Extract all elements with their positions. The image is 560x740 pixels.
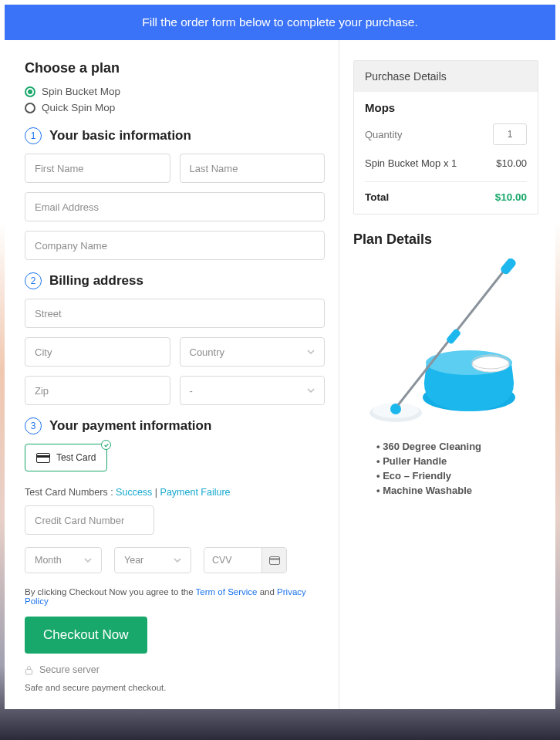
radio-icon (25, 86, 35, 97)
agree-text: By clicking Checkout Now you agree to th… (25, 587, 325, 606)
feature-item: Eco – Friendly (376, 470, 538, 482)
svg-rect-0 (269, 556, 279, 564)
svg-rect-2 (26, 669, 32, 674)
total-label: Total (365, 191, 389, 203)
section-title-billing: Billing address (49, 273, 143, 289)
product-image (353, 258, 538, 428)
country-placeholder: Country (190, 346, 225, 358)
feature-item: Machine Washable (376, 485, 538, 496)
secure-text: Secure server (39, 664, 100, 675)
plan-option-label: Quick Spin Mop (42, 102, 115, 113)
last-name-input[interactable] (180, 154, 326, 183)
safe-note: Safe and secure payment checkout. (25, 683, 325, 692)
banner: Fill the order form below to complete yo… (5, 5, 555, 40)
tos-link[interactable]: Term of Service (196, 587, 258, 596)
payment-method-card[interactable]: Test Card (25, 444, 107, 471)
cvv-input[interactable] (204, 548, 261, 573)
test-card-line: Test Card Numbers : Success | Payment Fa… (25, 487, 325, 498)
cc-number-input[interactable] (25, 505, 154, 535)
total-price: $10.00 (495, 191, 527, 203)
chevron-down-icon (174, 556, 181, 564)
svg-rect-1 (269, 558, 279, 559)
payment-method-label: Test Card (56, 452, 96, 463)
section-title-basic-info: Your basic information (49, 128, 191, 144)
feature-item: Puller Handle (376, 455, 538, 467)
radio-icon (25, 103, 35, 113)
checkout-button[interactable]: Checkout Now (25, 617, 147, 654)
plan-option-quick-spin[interactable]: Quick Spin Mop (25, 102, 325, 113)
choose-plan-heading: Choose a plan (25, 60, 325, 76)
feature-item: 360 Degree Cleaning (376, 441, 538, 452)
year-select[interactable]: Year (114, 547, 191, 573)
month-placeholder: Month (35, 555, 62, 566)
state-placeholder: - (190, 385, 193, 397)
test-success-link[interactable]: Success (116, 487, 152, 498)
year-placeholder: Year (124, 555, 143, 566)
company-input[interactable] (25, 231, 325, 260)
feature-list: 360 Degree Cleaning Puller Handle Eco – … (353, 441, 538, 496)
quantity-label: Quantity (365, 129, 402, 140)
check-icon (101, 440, 111, 450)
month-select[interactable]: Month (25, 547, 102, 573)
chevron-down-icon (307, 348, 315, 356)
cvv-field (204, 547, 287, 573)
first-name-input[interactable] (25, 154, 170, 183)
step-number-icon: 3 (25, 417, 42, 434)
svg-point-5 (472, 356, 509, 372)
state-select[interactable]: - (180, 376, 326, 405)
chevron-down-icon (307, 387, 315, 394)
purchase-details-panel: Purchase Details Mops Quantity 1 Spin Bu… (353, 60, 538, 215)
zip-input[interactable] (25, 376, 170, 405)
email-input[interactable] (25, 192, 325, 221)
category-label: Mops (365, 101, 527, 114)
credit-card-icon (261, 548, 286, 573)
plan-details-heading: Plan Details (353, 231, 538, 248)
lock-icon (25, 665, 33, 675)
plan-option-spin-bucket[interactable]: Spin Bucket Mop (25, 86, 325, 97)
credit-card-icon (36, 453, 50, 463)
line-item-price: $10.00 (496, 157, 527, 169)
svg-point-9 (390, 404, 401, 414)
city-input[interactable] (25, 337, 170, 367)
line-item-label: Spin Bucket Mop x 1 (365, 157, 457, 169)
country-select[interactable]: Country (180, 337, 326, 367)
step-number-icon: 1 (25, 127, 42, 144)
plan-option-label: Spin Bucket Mop (42, 86, 120, 97)
test-failure-link[interactable]: Payment Failure (160, 487, 231, 498)
step-number-icon: 2 (25, 272, 42, 289)
section-title-payment: Your payment information (49, 418, 211, 434)
panel-heading: Purchase Details (354, 61, 538, 92)
street-input[interactable] (25, 299, 325, 328)
chevron-down-icon (84, 556, 92, 564)
quantity-input[interactable]: 1 (493, 123, 527, 145)
